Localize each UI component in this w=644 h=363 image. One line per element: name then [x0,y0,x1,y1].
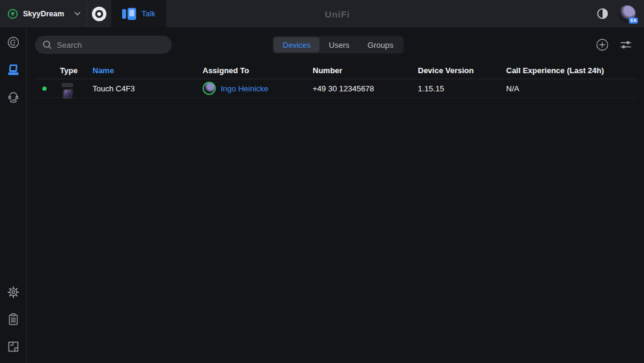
view-segmented-control: Devices Users Groups [273,36,404,54]
header-assigned-to[interactable]: Assigned To [195,66,305,75]
filter-sliders-icon[interactable] [620,39,632,51]
settings-gear-icon[interactable] [7,286,20,299]
unifi-logo: UniFi [325,8,350,19]
sidebar-item-operators[interactable] [7,90,20,103]
site-switcher[interactable]: SkyyDream [0,0,87,27]
tab-talk[interactable]: Talk [111,0,166,27]
device-version: 1.15.15 [411,84,499,93]
tab-devices[interactable]: Devices [274,38,320,53]
floor-plan-icon[interactable] [7,340,20,353]
chevron-down-icon [74,11,80,16]
add-device-button[interactable] [596,38,609,51]
logs-clipboard-icon[interactable] [7,313,20,326]
user-avatar[interactable]: EA [619,5,636,22]
header-name[interactable]: Name [85,66,195,75]
tab-users[interactable]: Users [320,38,359,53]
search-box[interactable] [35,36,172,54]
header-type[interactable]: Type [54,66,85,75]
top-bar: SkyyDream Talk UniFi [0,0,644,27]
console-button[interactable] [87,0,111,27]
device-number: +49 30 12345678 [305,84,411,93]
toolbar: Devices Users Groups [27,27,644,62]
search-icon [42,40,52,50]
talk-tab-label: Talk [141,9,155,18]
header-number[interactable]: Number [305,66,411,75]
online-status-dot [42,87,47,91]
talk-app-icon [122,8,136,20]
site-name: SkyyDream [23,10,70,18]
sidebar-item-calls[interactable] [7,36,20,49]
search-input[interactable] [57,41,164,50]
main-content: Devices Users Groups Type [27,27,644,363]
table-row[interactable]: Touch C4F3 Ingo Heinicke +49 30 12345678… [34,79,637,98]
tab-groups[interactable]: Groups [359,38,403,53]
left-sidebar [0,27,27,363]
assigned-user-avatar [203,82,216,95]
console-icon [91,6,107,22]
early-access-badge: EA [629,18,638,24]
header-device-version[interactable]: Device Version [411,66,499,75]
call-experience-value: N/A [499,84,637,93]
table-header-row: Type Name Assigned To Number Device Vers… [34,62,637,79]
site-status-icon [7,8,18,19]
devices-table: Type Name Assigned To Number Device Vers… [34,62,637,98]
header-call-experience[interactable]: Call Experience (Last 24h) [499,66,637,75]
theme-toggle-icon[interactable] [596,7,609,20]
assigned-user-link[interactable]: Ingo Heinicke [221,84,268,93]
device-name: Touch C4F3 [85,84,195,93]
sidebar-item-devices[interactable] [7,63,20,76]
